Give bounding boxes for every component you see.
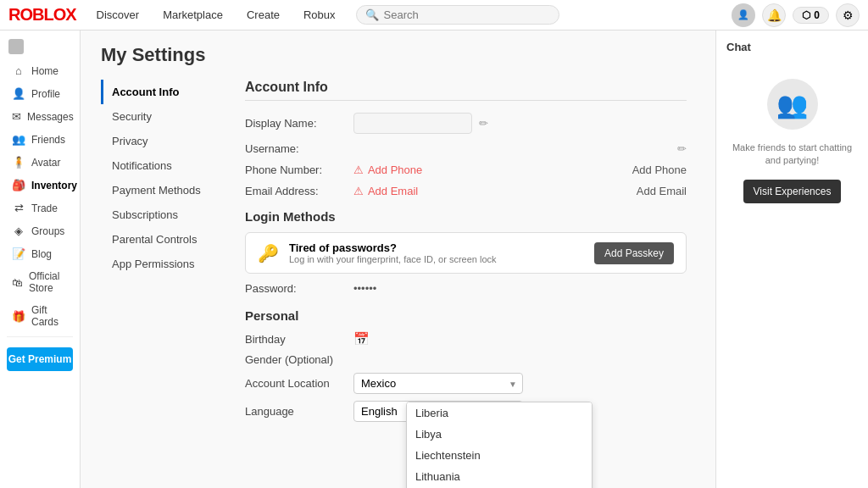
sidebar-item-profile[interactable]: 👤 Profile bbox=[3, 82, 76, 105]
dropdown-item[interactable]: Libya bbox=[407, 424, 592, 445]
robux-balance[interactable]: ⬡ 0 bbox=[793, 7, 829, 24]
dropdown-item[interactable]: Liberia bbox=[407, 402, 592, 424]
settings-nav-privacy[interactable]: Privacy bbox=[101, 129, 236, 153]
login-methods-title: Login Methods bbox=[245, 209, 687, 224]
sidebar-item-friends[interactable]: 👥 Friends bbox=[3, 128, 76, 151]
chat-message: Make friends to start chatting and party… bbox=[726, 141, 858, 168]
add-email-link[interactable]: Add Email bbox=[368, 185, 418, 197]
country-dropdown-list[interactable]: LiberiaLibyaLiechtensteinLithuaniaLuxemb… bbox=[406, 402, 593, 488]
passkey-icon: 🔑 bbox=[258, 243, 279, 263]
settings-panel: My Settings Account Info Security Privac… bbox=[81, 30, 715, 488]
phone-warning-icon: ⚠ bbox=[353, 164, 364, 176]
sidebar-label-trade: Trade bbox=[31, 202, 58, 214]
settings-nav: Account Info Security Privacy Notificati… bbox=[101, 80, 236, 429]
dropdown-item[interactable]: Liechtenstein bbox=[407, 445, 592, 466]
sidebar-item-avatar[interactable]: 🧍 Avatar bbox=[3, 151, 76, 174]
settings-nav-security[interactable]: Security bbox=[101, 104, 236, 129]
account-info-title: Account Info bbox=[245, 80, 687, 101]
settings-nav-subscriptions[interactable]: Subscriptions bbox=[101, 202, 236, 227]
nav-create[interactable]: Create bbox=[235, 3, 292, 26]
notifications-button[interactable]: 🔔 bbox=[762, 3, 786, 27]
chat-friends-icon: 👥 bbox=[776, 90, 808, 119]
sidebar-item-official-store[interactable]: 🛍 Official Store bbox=[3, 265, 76, 299]
display-name-row: Display Name: ✏ bbox=[245, 113, 687, 134]
password-row: Password: •••••• bbox=[245, 282, 687, 295]
location-select-wrapper: Mexico ▼ bbox=[353, 373, 523, 394]
content-area: My Settings Account Info Security Privac… bbox=[81, 30, 868, 488]
sidebar-item-home[interactable]: ⌂ Home bbox=[3, 59, 76, 82]
sidebar-label-profile: Profile bbox=[31, 88, 60, 100]
language-label: Language bbox=[245, 405, 347, 418]
gift-icon: 🎁 bbox=[12, 310, 25, 323]
email-warning-icon: ⚠ bbox=[353, 185, 364, 197]
sidebar: ⌂ Home 👤 Profile ✉ Messages 0 👥 Friends … bbox=[0, 30, 81, 488]
settings-body: Account Info Security Privacy Notificati… bbox=[101, 80, 695, 429]
location-select[interactable]: Mexico bbox=[353, 373, 523, 394]
chat-title: Chat bbox=[726, 41, 751, 53]
settings-content-wrapper: Account Info Display Name: ✏ Username: ✏ bbox=[236, 80, 695, 429]
chat-avatar-placeholder: 👥 bbox=[767, 79, 818, 130]
sidebar-label-messages: Messages bbox=[27, 111, 74, 123]
passkey-title: Tired of passwords? bbox=[289, 241, 584, 254]
sidebar-item-messages[interactable]: ✉ Messages 0 bbox=[3, 105, 76, 128]
sidebar-label-inventory: Inventory bbox=[31, 180, 77, 191]
nav-right: 👤 🔔 ⬡ 0 ⚙ bbox=[732, 3, 860, 27]
roblox-logo: ROBLOX bbox=[8, 5, 76, 25]
username-row: Username: ✏ bbox=[245, 142, 687, 155]
email-row: Email Address: ⚠ Add Email Add Email bbox=[245, 185, 687, 197]
sidebar-label-blog: Blog bbox=[31, 248, 52, 260]
sidebar-label-home: Home bbox=[31, 65, 58, 77]
nav-search-bar[interactable]: 🔍 bbox=[356, 5, 559, 25]
store-icon: 🛍 bbox=[12, 276, 23, 289]
sidebar-label-gift-cards: Gift Cards bbox=[31, 304, 68, 328]
settings-nav-app-permissions[interactable]: App Permissions bbox=[101, 252, 236, 276]
settings-nav-parental-controls[interactable]: Parental Controls bbox=[101, 227, 236, 252]
email-label: Email Address: bbox=[245, 185, 347, 197]
gender-row: Gender (Optional) bbox=[245, 353, 687, 366]
passkey-text: Tired of passwords? Log in with your fin… bbox=[289, 241, 584, 264]
settings-nav-icon[interactable]: ⚙ bbox=[836, 3, 860, 27]
nav-marketplace[interactable]: Marketplace bbox=[151, 3, 235, 26]
add-passkey-button[interactable]: Add Passkey bbox=[594, 242, 674, 264]
inventory-icon: 🎒 bbox=[12, 179, 25, 191]
nav-links: Discover Marketplace Create Robux bbox=[85, 3, 348, 26]
sidebar-label-groups: Groups bbox=[31, 225, 64, 237]
add-phone-link[interactable]: Add Phone bbox=[368, 164, 422, 176]
visit-experiences-button[interactable]: Visit Experiences bbox=[743, 180, 842, 203]
sidebar-item-groups[interactable]: ◈ Groups bbox=[3, 219, 76, 242]
display-name-input[interactable] bbox=[353, 113, 472, 134]
username-edit-icon[interactable]: ✏ bbox=[677, 142, 687, 155]
email-action[interactable]: Add Email bbox=[637, 185, 687, 197]
sidebar-item-inventory[interactable]: 🎒 Inventory bbox=[3, 174, 76, 197]
sidebar-item-trade[interactable]: ⇄ Trade bbox=[3, 197, 76, 219]
dropdown-item[interactable]: Lithuania bbox=[407, 466, 592, 487]
user-avatar-icon: 👤 bbox=[737, 9, 749, 20]
user-avatar-nav[interactable]: 👤 bbox=[732, 3, 755, 27]
passkey-subtitle: Log in with your fingerprint, face ID, o… bbox=[289, 254, 584, 264]
blog-icon: 📝 bbox=[12, 247, 25, 260]
settings-nav-payment-methods[interactable]: Payment Methods bbox=[101, 178, 236, 202]
home-icon: ⌂ bbox=[12, 64, 25, 77]
search-input[interactable] bbox=[384, 8, 550, 21]
robux-count: 0 bbox=[814, 9, 820, 21]
birthday-row: Birthday 📅 bbox=[245, 331, 687, 347]
sidebar-label-official-store: Official Store bbox=[29, 270, 68, 294]
get-premium-button[interactable]: Get Premium bbox=[7, 347, 73, 371]
main-layout: ⌂ Home 👤 Profile ✉ Messages 0 👥 Friends … bbox=[0, 30, 868, 488]
sidebar-avatar bbox=[8, 39, 24, 54]
password-label: Password: bbox=[245, 282, 347, 295]
nav-discover[interactable]: Discover bbox=[85, 3, 152, 26]
gender-label: Gender (Optional) bbox=[245, 353, 347, 366]
phone-action[interactable]: Add Phone bbox=[632, 164, 687, 176]
sidebar-item-gift-cards[interactable]: 🎁 Gift Cards bbox=[3, 299, 76, 333]
sidebar-item-blog[interactable]: 📝 Blog bbox=[3, 242, 76, 265]
friends-icon: 👥 bbox=[12, 133, 25, 146]
display-name-edit-icon[interactable]: ✏ bbox=[479, 117, 488, 130]
groups-icon: ◈ bbox=[12, 225, 25, 237]
email-value: ⚠ Add Email bbox=[353, 185, 630, 197]
location-label: Account Location bbox=[245, 377, 347, 390]
calendar-icon[interactable]: 📅 bbox=[353, 331, 370, 347]
settings-nav-account-info[interactable]: Account Info bbox=[101, 80, 236, 104]
settings-nav-notifications[interactable]: Notifications bbox=[101, 153, 236, 178]
nav-robux[interactable]: Robux bbox=[292, 3, 348, 26]
